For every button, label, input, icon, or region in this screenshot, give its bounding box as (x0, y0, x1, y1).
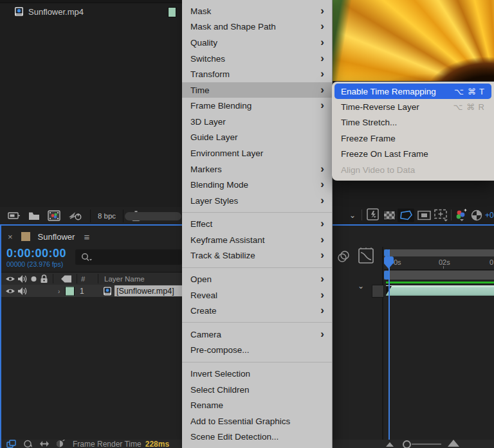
menu-item-3d-layer[interactable]: 3D Layer › (182, 114, 332, 130)
menu-item-effect[interactable]: Effect › (182, 217, 332, 233)
parent-link-cell[interactable] (372, 285, 384, 298)
layer-video-eye-icon[interactable] (5, 287, 15, 294)
menu-item-transform[interactable]: Transform › (182, 66, 332, 82)
menu-item-scene-edit-detection[interactable]: Scene Edit Detection... › (182, 429, 332, 445)
layer-audio-speaker-icon[interactable] (17, 287, 28, 295)
new-folder-button[interactable] (28, 211, 40, 220)
exposure-shutter-icon[interactable] (471, 210, 482, 221)
submenu-chevron-icon: › (320, 305, 324, 316)
menu-item-mask[interactable]: Mask › (182, 3, 332, 19)
menu-item-mask-and-shape-path[interactable]: Mask and Shape Path › (182, 19, 332, 35)
footage-label-color-swatch[interactable] (168, 7, 176, 17)
submenu-item-time-stretch[interactable]: Time Stretch... (334, 115, 491, 130)
menu-item-rename[interactable]: Rename › (182, 397, 332, 413)
menu-item-markers[interactable]: Markers › (182, 161, 332, 177)
layer-label-swatch[interactable] (65, 286, 75, 296)
menu-item-label: Environment Layer (190, 148, 320, 158)
submenu-item-enable-time-remapping[interactable]: Enable Time Remapping ⌥ ⌘ T (334, 84, 491, 99)
layer-twirl-icon[interactable]: › (58, 287, 60, 294)
layer-name-selected[interactable]: [Sunflower.mp4] (114, 285, 185, 296)
menu-item-reveal[interactable]: Reveal › (182, 287, 332, 303)
submenu-item-freeze-on-last-frame[interactable]: Freeze On Last Frame (334, 147, 491, 162)
playhead-handle[interactable] (384, 256, 394, 269)
graph-editor-icon[interactable] (358, 247, 374, 264)
submenu-item-freeze-frame[interactable]: Freeze Frame (334, 130, 491, 146)
index-column-header[interactable]: # (81, 275, 85, 283)
menu-item-label: Time (190, 85, 320, 95)
new-composition-button[interactable] (48, 210, 60, 221)
menu-item-switches[interactable]: Switches › (182, 51, 332, 67)
timeline-tab[interactable]: × Sunflower ≡ (1, 228, 182, 246)
menu-item-guide-layer[interactable]: Guide Layer › (182, 130, 332, 146)
menu-item-label: Layer Styles (190, 196, 320, 206)
submenu-chevron-icon: › (320, 273, 324, 284)
title-action-safe-button[interactable] (417, 210, 431, 220)
playhead-line[interactable] (389, 249, 390, 440)
bit-depth-button[interactable]: 8 bpc (90, 210, 124, 222)
timeline-zoom-slider-track[interactable] (412, 444, 441, 445)
submenu-chevron-icon: › (320, 21, 324, 31)
live-update-arrows-icon[interactable] (39, 440, 50, 447)
grid-guides-dropdown[interactable] (434, 208, 449, 222)
lock-icon[interactable] (40, 274, 48, 283)
menu-item-layer-styles[interactable]: Layer Styles › (182, 193, 332, 209)
menu-item-select-children[interactable]: Select Children › (182, 382, 332, 398)
transparency-grid-button[interactable] (383, 210, 396, 220)
toolbar-separator (451, 210, 452, 220)
menu-item-label: Select Children (190, 385, 320, 395)
menu-item-invert-selection[interactable]: Invert Selection › (182, 366, 332, 382)
menu-item-time[interactable]: Time › (182, 82, 332, 98)
timeline-search-input[interactable] (75, 249, 182, 265)
menu-item-create[interactable]: Create › (182, 303, 332, 319)
menu-item-pre-compose[interactable]: Pre-compose... › (182, 343, 332, 359)
menu-item-label: Rename (190, 400, 320, 410)
draft-3d-icon[interactable] (56, 440, 65, 448)
label-column-tag-icon[interactable] (60, 275, 72, 283)
project-horizontal-scrollbar[interactable] (125, 212, 181, 220)
menu-item-camera[interactable]: Camera › (182, 327, 332, 343)
menu-item-frame-blending[interactable]: Frame Blending › (182, 98, 332, 114)
composition-mini-flowchart-icon[interactable] (6, 440, 17, 448)
region-of-interest-button[interactable] (398, 208, 414, 222)
fast-previews-button[interactable] (367, 208, 381, 222)
time-ruler[interactable]: 0s 02s 0 (384, 256, 494, 270)
layer-context-menu: Mask › Mask and Shape Path › Quality › S… (182, 0, 333, 448)
layer-name-column-header[interactable]: Layer Name (104, 275, 145, 283)
comp-tab-label[interactable]: Sunflower (38, 232, 75, 242)
zoom-out-icon[interactable] (386, 442, 394, 447)
view-options-dropdown[interactable]: ⌄ (349, 211, 356, 220)
menu-item-open[interactable]: Open › (182, 271, 332, 287)
menu-item-track-stabilize[interactable]: Track & Stabilize › (182, 248, 332, 264)
panel-menu-icon[interactable]: ≡ (84, 231, 89, 242)
render-queue-icon[interactable] (23, 440, 33, 448)
current-time-display[interactable]: 0:00:00:00 (6, 247, 66, 260)
menu-item-environment-layer[interactable]: Environment Layer › (182, 145, 332, 161)
channel-settings-dropdown[interactable] (455, 209, 469, 222)
menu-item-quality[interactable]: Quality › (182, 35, 332, 51)
shy-label-circles-icon[interactable] (337, 250, 351, 263)
video-eye-icon[interactable] (5, 276, 15, 283)
project-item-sunflower-mp4[interactable]: Sunflower.mp4 (0, 3, 182, 20)
work-area-bar[interactable] (384, 271, 494, 280)
menu-item-add-to-essential-graphics[interactable]: Add to Essential Graphics › (182, 413, 332, 429)
time-navigator-bar[interactable] (384, 249, 494, 256)
timeline-column-splitter[interactable] (382, 247, 383, 440)
exposure-offset-value[interactable]: +0 (485, 211, 494, 220)
parent-dropdown-icon[interactable]: ⌄ (358, 282, 364, 291)
solo-icon[interactable] (31, 276, 37, 282)
menu-item-keyframe-assistant[interactable]: Keyframe Assistant › (182, 232, 332, 248)
menu-item-label: Quality (190, 38, 320, 48)
submenu-chevron-icon: › (320, 163, 324, 174)
menu-item-blending-mode[interactable]: Blending Mode › (182, 177, 332, 193)
close-tab-icon[interactable]: × (8, 232, 13, 242)
timeline-zoom-slider-handle[interactable] (403, 440, 411, 448)
audio-speaker-icon[interactable] (17, 275, 28, 283)
zoom-in-icon[interactable] (448, 440, 459, 447)
layer-duration-bar[interactable] (386, 285, 494, 296)
effects-toggle-button[interactable] (68, 211, 82, 221)
project-panel: Sunflower.mp4 8 bpc (0, 0, 182, 224)
submenu-item-time-reverse-layer[interactable]: Time-Reverse Layer ⌥ ⌘ R (334, 99, 491, 114)
interpret-footage-button[interactable] (8, 211, 21, 220)
layer-row-sunflower[interactable]: › 1 [Sunflower.mp4] (1, 285, 182, 297)
composition-viewport-sunflower[interactable] (333, 0, 494, 81)
